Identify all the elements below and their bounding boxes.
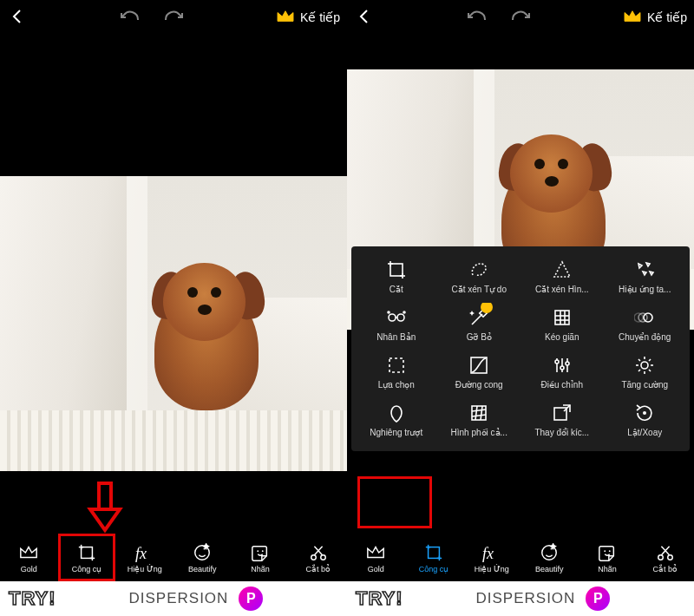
tool-label: Kéo giãn <box>545 332 579 342</box>
svg-marker-25 <box>650 272 653 275</box>
svg-point-46 <box>555 360 559 364</box>
svg-text:fx: fx <box>482 545 494 562</box>
ad-try-label: TRY! <box>9 587 56 610</box>
annotation-arrow <box>87 482 123 537</box>
svg-point-47 <box>560 366 564 370</box>
tool-select[interactable]: Lựa chọn <box>357 351 436 393</box>
svg-line-31 <box>472 314 482 324</box>
screen-right: Kế tiếp Cắt Cắt xén Tự do Cắt xén Hìn...… <box>347 0 694 616</box>
svg-point-26 <box>389 314 396 321</box>
nav-label: Hiệu Ứng <box>475 565 509 573</box>
tool-freecrop[interactable]: Cắt xén Tự do <box>439 255 519 298</box>
tool-label: Cắt <box>390 285 403 294</box>
redo-button[interactable] <box>162 8 185 28</box>
tool-resize[interactable]: Thay đổi kíc... <box>522 398 602 441</box>
nav-tools[interactable]: Công cụ <box>58 534 116 581</box>
svg-rect-66 <box>429 547 440 558</box>
nav-cutout[interactable]: Cắt bỏ <box>636 534 694 581</box>
tool-label: Đường cong <box>455 380 503 390</box>
screen-left: Kế tiếp Gold Công cụ fxHiệu Ứng Beautify… <box>0 0 347 616</box>
svg-point-76 <box>658 554 663 560</box>
ad-app-logo-icon: P <box>586 587 610 611</box>
bottom-nav: Gold Công cụ fxHiệu Ứng Beautify Nhãn Cắ… <box>0 534 347 581</box>
back-button[interactable] <box>7 9 28 27</box>
svg-rect-33 <box>555 311 569 324</box>
next-button[interactable]: Kế tiếp <box>300 10 340 24</box>
nav-effects[interactable]: fxHiệu Ứng <box>115 534 174 581</box>
tool-clone[interactable]: Nhân Bản <box>357 303 436 345</box>
tool-label: Tăng cường <box>621 380 668 390</box>
svg-point-49 <box>641 362 648 369</box>
edited-photo <box>0 98 347 471</box>
nav-label: Gold <box>368 565 384 573</box>
tool-tiltshift[interactable]: Nghiêng trượt <box>357 398 436 441</box>
nav-effects[interactable]: fxHiệu Ứng <box>462 534 520 581</box>
svg-line-59 <box>472 410 486 411</box>
svg-point-48 <box>566 362 569 365</box>
svg-line-56 <box>638 370 640 371</box>
tool-remove[interactable]: Gỡ Bỏ <box>439 303 519 345</box>
bottom-nav: Gold Công cụ fxHiệu Ứng Beautify Nhãn Cắ… <box>347 534 694 581</box>
annotation-highlight-box <box>357 476 432 528</box>
nav-label: Gold <box>21 565 37 573</box>
image-canvas[interactable]: Cắt Cắt xén Tự do Cắt xén Hìn... Hiệu ứn… <box>347 35 694 534</box>
svg-point-65 <box>643 411 646 415</box>
svg-line-61 <box>475 406 477 420</box>
tool-motion[interactable]: Chuyển động <box>605 303 684 345</box>
crown-icon[interactable] <box>623 9 642 27</box>
ad-thumbnail <box>67 586 119 612</box>
svg-line-62 <box>481 406 482 420</box>
nav-label: Hiệu Ứng <box>128 565 162 573</box>
image-canvas[interactable] <box>0 35 347 534</box>
tool-label: Nghiêng trượt <box>370 428 422 437</box>
svg-line-60 <box>472 415 486 416</box>
svg-rect-58 <box>472 406 486 420</box>
ad-banner[interactable]: TRY! DISPERSION P <box>0 581 347 616</box>
tool-shapecrop[interactable]: Cắt xén Hìn... <box>522 255 602 298</box>
ad-banner[interactable]: TRY! DISPERSION P <box>347 581 694 616</box>
tool-label: Lật/Xoay <box>627 428 662 437</box>
tool-label: Hình phối cả... <box>451 428 507 437</box>
nav-beautify[interactable]: Beautify <box>520 534 579 581</box>
tool-disperse[interactable]: Hiệu ứng ta... <box>605 255 684 298</box>
tool-label: Nhân Bản <box>376 332 416 342</box>
svg-marker-23 <box>646 263 650 266</box>
nav-beautify[interactable]: Beautify <box>174 534 232 581</box>
tool-stretch[interactable]: Kéo giãn <box>522 303 602 345</box>
tool-enhance[interactable]: Tăng cường <box>605 351 684 393</box>
nav-gold[interactable]: Gold <box>0 534 58 581</box>
tool-curves[interactable]: Đường cong <box>439 351 519 393</box>
ad-text: DISPERSION <box>476 590 576 607</box>
svg-rect-2 <box>82 547 93 558</box>
undo-button[interactable] <box>466 8 488 28</box>
nav-gold[interactable]: Gold <box>347 534 405 581</box>
next-button[interactable]: Kế tiếp <box>647 10 687 24</box>
ad-app-logo-icon: P <box>239 587 263 611</box>
svg-point-13 <box>320 554 325 560</box>
crown-icon[interactable] <box>276 9 295 27</box>
nav-cutout[interactable]: Cắt bỏ <box>289 534 347 581</box>
svg-rect-41 <box>390 358 403 372</box>
nav-label: Nhãn <box>251 565 270 573</box>
tool-perspective[interactable]: Hình phối cả... <box>439 398 519 441</box>
svg-rect-16 <box>390 264 403 276</box>
redo-button[interactable] <box>509 8 532 28</box>
svg-point-77 <box>667 554 672 560</box>
back-button[interactable] <box>354 9 375 27</box>
svg-line-54 <box>638 359 640 361</box>
nav-label: Beautify <box>535 565 564 573</box>
undo-button[interactable] <box>119 8 141 28</box>
topbar: Kế tiếp <box>347 0 694 35</box>
nav-label: Công cụ <box>419 565 449 573</box>
svg-point-11 <box>262 550 264 552</box>
nav-tools[interactable]: Công cụ <box>405 534 463 581</box>
tool-crop[interactable]: Cắt <box>357 255 436 298</box>
tool-label: Thay đổi kíc... <box>534 428 589 437</box>
nav-label: Beautify <box>188 565 217 573</box>
tool-adjust[interactable]: Điều chỉnh <box>522 351 602 393</box>
svg-point-74 <box>604 550 606 552</box>
nav-sticker[interactable]: Nhãn <box>579 534 637 581</box>
tool-fliprotate[interactable]: Lật/Xoay <box>605 398 684 441</box>
nav-sticker[interactable]: Nhãn <box>232 534 290 581</box>
svg-point-75 <box>609 550 611 552</box>
